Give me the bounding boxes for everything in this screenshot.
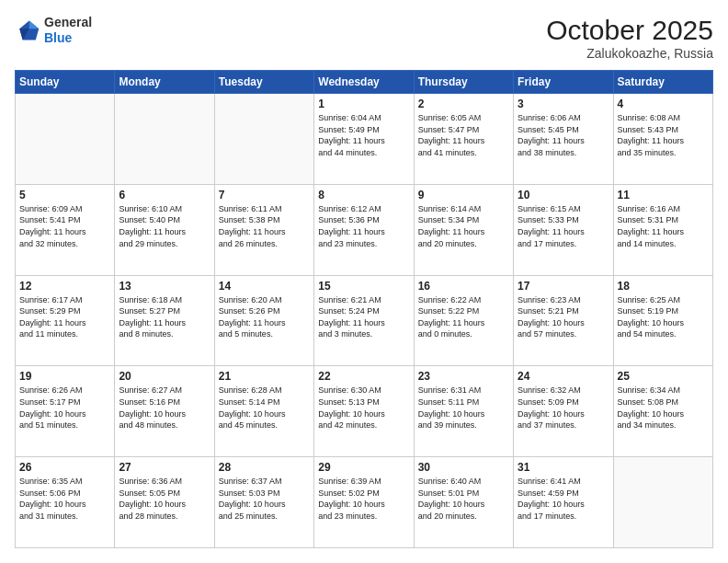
- logo-blue-text: Blue: [44, 30, 72, 45]
- calendar-cell: 31Sunrise: 6:41 AM Sunset: 4:59 PM Dayli…: [514, 457, 613, 548]
- logo: General Blue: [15, 15, 92, 46]
- day-info: Sunrise: 6:28 AM Sunset: 5:14 PM Dayligh…: [219, 385, 310, 431]
- month-title: October 2025: [546, 15, 713, 46]
- day-number: 29: [318, 461, 409, 474]
- day-info: Sunrise: 6:39 AM Sunset: 5:02 PM Dayligh…: [318, 476, 409, 522]
- calendar-cell: 6Sunrise: 6:10 AM Sunset: 5:40 PM Daylig…: [115, 184, 214, 275]
- calendar-cell: 1Sunrise: 6:04 AM Sunset: 5:49 PM Daylig…: [314, 94, 414, 185]
- title-block: October 2025 Zalukokoazhe, Russia: [546, 15, 713, 61]
- calendar-header-thursday: Thursday: [414, 71, 513, 94]
- calendar-cell: 22Sunrise: 6:30 AM Sunset: 5:13 PM Dayli…: [314, 366, 414, 457]
- day-info: Sunrise: 6:27 AM Sunset: 5:16 PM Dayligh…: [119, 385, 210, 431]
- week-row-1: 1Sunrise: 6:04 AM Sunset: 5:49 PM Daylig…: [16, 94, 713, 185]
- calendar-cell: 17Sunrise: 6:23 AM Sunset: 5:21 PM Dayli…: [514, 275, 613, 366]
- day-number: 26: [19, 461, 110, 474]
- calendar-table: SundayMondayTuesdayWednesdayThursdayFrid…: [15, 70, 713, 548]
- calendar-header-saturday: Saturday: [613, 71, 712, 94]
- day-info: Sunrise: 6:32 AM Sunset: 5:09 PM Dayligh…: [518, 385, 609, 431]
- day-info: Sunrise: 6:26 AM Sunset: 5:17 PM Dayligh…: [19, 385, 110, 431]
- day-info: Sunrise: 6:17 AM Sunset: 5:29 PM Dayligh…: [19, 294, 110, 340]
- week-row-3: 12Sunrise: 6:17 AM Sunset: 5:29 PM Dayli…: [16, 275, 713, 366]
- day-number: 18: [618, 280, 709, 293]
- day-info: Sunrise: 6:11 AM Sunset: 5:38 PM Dayligh…: [219, 203, 310, 249]
- calendar-cell: 30Sunrise: 6:40 AM Sunset: 5:01 PM Dayli…: [414, 457, 513, 548]
- calendar-cell: 18Sunrise: 6:25 AM Sunset: 5:19 PM Dayli…: [613, 275, 712, 366]
- calendar-cell: 16Sunrise: 6:22 AM Sunset: 5:22 PM Dayli…: [414, 275, 513, 366]
- day-info: Sunrise: 6:15 AM Sunset: 5:33 PM Dayligh…: [518, 203, 609, 249]
- calendar-cell: [115, 94, 214, 185]
- day-info: Sunrise: 6:37 AM Sunset: 5:03 PM Dayligh…: [219, 476, 310, 522]
- day-number: 10: [518, 189, 609, 201]
- calendar-cell: 12Sunrise: 6:17 AM Sunset: 5:29 PM Dayli…: [16, 275, 115, 366]
- day-number: 11: [618, 189, 709, 201]
- calendar-cell: 13Sunrise: 6:18 AM Sunset: 5:27 PM Dayli…: [115, 275, 214, 366]
- calendar-cell: 4Sunrise: 6:08 AM Sunset: 5:43 PM Daylig…: [613, 94, 712, 185]
- day-number: 14: [219, 280, 310, 293]
- day-number: 12: [19, 280, 110, 293]
- calendar-cell: 15Sunrise: 6:21 AM Sunset: 5:24 PM Dayli…: [314, 275, 414, 366]
- logo-icon: [15, 17, 40, 43]
- week-row-5: 26Sunrise: 6:35 AM Sunset: 5:06 PM Dayli…: [16, 457, 713, 548]
- calendar-cell: 9Sunrise: 6:14 AM Sunset: 5:34 PM Daylig…: [414, 184, 513, 275]
- day-info: Sunrise: 6:35 AM Sunset: 5:06 PM Dayligh…: [19, 476, 110, 522]
- calendar-cell: 19Sunrise: 6:26 AM Sunset: 5:17 PM Dayli…: [16, 366, 115, 457]
- day-number: 25: [618, 370, 709, 383]
- day-number: 24: [518, 370, 609, 383]
- calendar-cell: [16, 94, 115, 185]
- day-number: 21: [219, 370, 310, 383]
- calendar-header-wednesday: Wednesday: [314, 71, 414, 94]
- calendar-cell: [214, 94, 313, 185]
- day-number: 30: [418, 461, 509, 474]
- day-info: Sunrise: 6:31 AM Sunset: 5:11 PM Dayligh…: [418, 385, 509, 431]
- calendar-header-row: SundayMondayTuesdayWednesdayThursdayFrid…: [16, 71, 713, 94]
- calendar-cell: 7Sunrise: 6:11 AM Sunset: 5:38 PM Daylig…: [214, 184, 313, 275]
- calendar-cell: 26Sunrise: 6:35 AM Sunset: 5:06 PM Dayli…: [16, 457, 115, 548]
- svg-marker-1: [29, 20, 40, 29]
- day-number: 9: [418, 189, 509, 201]
- calendar-cell: 5Sunrise: 6:09 AM Sunset: 5:41 PM Daylig…: [16, 184, 115, 275]
- day-info: Sunrise: 6:21 AM Sunset: 5:24 PM Dayligh…: [318, 294, 409, 340]
- day-info: Sunrise: 6:08 AM Sunset: 5:43 PM Dayligh…: [618, 112, 709, 158]
- day-info: Sunrise: 6:34 AM Sunset: 5:08 PM Dayligh…: [618, 385, 709, 431]
- day-number: 20: [119, 370, 210, 383]
- calendar-cell: [613, 457, 712, 548]
- day-info: Sunrise: 6:30 AM Sunset: 5:13 PM Dayligh…: [318, 385, 409, 431]
- calendar-cell: 23Sunrise: 6:31 AM Sunset: 5:11 PM Dayli…: [414, 366, 513, 457]
- calendar-header-monday: Monday: [115, 71, 214, 94]
- day-number: 3: [518, 98, 609, 110]
- day-info: Sunrise: 6:05 AM Sunset: 5:47 PM Dayligh…: [418, 112, 509, 158]
- day-number: 27: [119, 461, 210, 474]
- day-number: 4: [618, 98, 709, 110]
- calendar-cell: 8Sunrise: 6:12 AM Sunset: 5:36 PM Daylig…: [314, 184, 414, 275]
- day-number: 15: [318, 280, 409, 293]
- calendar-cell: 11Sunrise: 6:16 AM Sunset: 5:31 PM Dayli…: [613, 184, 712, 275]
- day-info: Sunrise: 6:25 AM Sunset: 5:19 PM Dayligh…: [618, 294, 709, 340]
- day-info: Sunrise: 6:23 AM Sunset: 5:21 PM Dayligh…: [518, 294, 609, 340]
- day-number: 2: [418, 98, 509, 110]
- day-number: 1: [318, 98, 409, 110]
- day-info: Sunrise: 6:36 AM Sunset: 5:05 PM Dayligh…: [119, 476, 210, 522]
- week-row-2: 5Sunrise: 6:09 AM Sunset: 5:41 PM Daylig…: [16, 184, 713, 275]
- day-info: Sunrise: 6:22 AM Sunset: 5:22 PM Dayligh…: [418, 294, 509, 340]
- day-info: Sunrise: 6:06 AM Sunset: 5:45 PM Dayligh…: [518, 112, 609, 158]
- logo-general-text: General: [44, 15, 92, 29]
- day-number: 17: [518, 280, 609, 293]
- day-info: Sunrise: 6:09 AM Sunset: 5:41 PM Dayligh…: [19, 203, 110, 249]
- calendar-cell: 28Sunrise: 6:37 AM Sunset: 5:03 PM Dayli…: [214, 457, 313, 548]
- calendar-header-friday: Friday: [514, 71, 613, 94]
- calendar-cell: 10Sunrise: 6:15 AM Sunset: 5:33 PM Dayli…: [514, 184, 613, 275]
- calendar-header-tuesday: Tuesday: [214, 71, 313, 94]
- calendar-cell: 27Sunrise: 6:36 AM Sunset: 5:05 PM Dayli…: [115, 457, 214, 548]
- calendar-cell: 14Sunrise: 6:20 AM Sunset: 5:26 PM Dayli…: [214, 275, 313, 366]
- day-number: 28: [219, 461, 310, 474]
- day-number: 31: [518, 461, 609, 474]
- day-info: Sunrise: 6:14 AM Sunset: 5:34 PM Dayligh…: [418, 203, 509, 249]
- day-info: Sunrise: 6:40 AM Sunset: 5:01 PM Dayligh…: [418, 476, 509, 522]
- day-info: Sunrise: 6:20 AM Sunset: 5:26 PM Dayligh…: [219, 294, 310, 340]
- calendar-cell: 20Sunrise: 6:27 AM Sunset: 5:16 PM Dayli…: [115, 366, 214, 457]
- day-number: 5: [19, 189, 110, 201]
- day-number: 16: [418, 280, 509, 293]
- day-number: 13: [119, 280, 210, 293]
- day-number: 23: [418, 370, 509, 383]
- week-row-4: 19Sunrise: 6:26 AM Sunset: 5:17 PM Dayli…: [16, 366, 713, 457]
